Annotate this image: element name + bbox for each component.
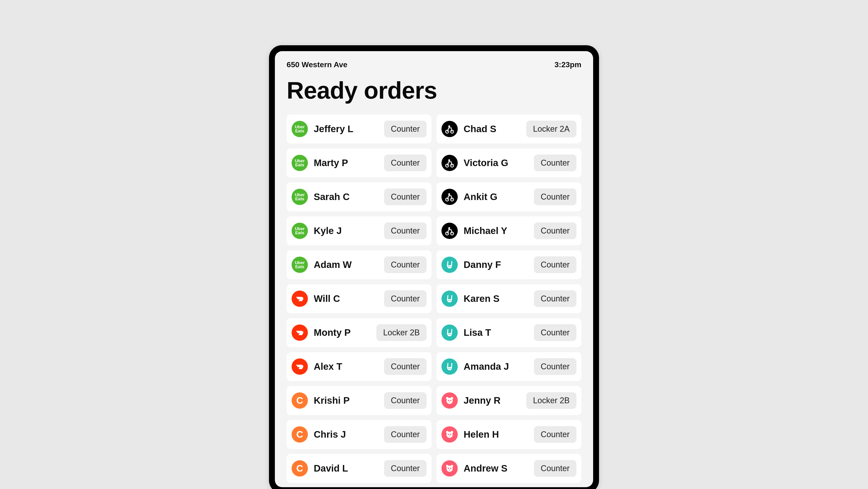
order-name: Chris J <box>314 429 378 440</box>
tablet-screen: 650 Western Ave 3:23pm Ready orders Uber… <box>275 51 593 487</box>
order-name: Adam W <box>314 259 378 270</box>
order-card[interactable]: Ankit GCounter <box>436 182 581 211</box>
pickup-location-badge: Counter <box>384 223 427 239</box>
tablet-frame: 650 Western Ave 3:23pm Ready orders Uber… <box>269 45 599 489</box>
order-card[interactable]: Will CCounter <box>287 284 432 313</box>
svg-point-17 <box>450 334 451 335</box>
order-card[interactable]: CKrishi PCounter <box>287 386 432 415</box>
svg-point-30 <box>450 434 452 435</box>
order-card[interactable]: CChris JCounter <box>287 420 432 449</box>
order-name: Victoria G <box>464 157 528 168</box>
location-label: 650 Western Ave <box>287 60 347 69</box>
order-card[interactable]: Alex TCounter <box>287 352 432 381</box>
svg-point-16 <box>448 334 450 335</box>
order-name: Alex T <box>314 361 378 372</box>
postmates-icon <box>441 121 458 137</box>
time-label: 3:23pm <box>555 60 581 69</box>
postmates-icon <box>441 223 458 239</box>
deliveroo-icon <box>441 324 458 341</box>
deliveroo-icon <box>441 291 458 307</box>
svg-point-27 <box>446 431 448 433</box>
svg-point-2 <box>448 125 450 127</box>
postmates-icon <box>441 189 458 205</box>
postmates-icon <box>441 155 458 171</box>
order-card[interactable]: Danny FCounter <box>436 250 581 279</box>
order-card[interactable]: UberEatsJeffery LCounter <box>287 115 432 143</box>
ubereats-icon: UberEats <box>291 121 308 137</box>
pickup-location-badge: Counter <box>384 189 427 205</box>
svg-point-35 <box>448 468 449 469</box>
order-card[interactable]: CDavid LCounter <box>287 454 432 483</box>
order-card[interactable]: UberEatsSarah CCounter <box>287 182 432 211</box>
page-title: Ready orders <box>287 77 581 104</box>
svg-point-25 <box>449 402 450 403</box>
order-name: Ankit G <box>464 192 528 202</box>
order-card[interactable]: Helen HCounter <box>436 420 581 449</box>
svg-point-8 <box>448 193 450 195</box>
pickup-location-badge: Counter <box>384 460 427 477</box>
ubereats-icon: UberEats <box>291 223 308 239</box>
order-card[interactable]: Amanda JCounter <box>436 352 581 381</box>
pickup-location-badge: Counter <box>534 256 577 273</box>
ubereats-icon: UberEats <box>291 155 308 171</box>
pickup-location-badge: Counter <box>384 154 427 171</box>
pickup-location-badge: Counter <box>534 426 577 443</box>
order-card[interactable]: Lisa TCounter <box>436 318 581 347</box>
deliveroo-icon <box>441 257 458 273</box>
ubereats-icon: UberEats <box>291 189 308 205</box>
order-card[interactable]: Michael YCounter <box>436 216 581 245</box>
order-name: Helen H <box>464 429 528 440</box>
order-card[interactable]: Karen SCounter <box>436 284 581 313</box>
svg-point-31 <box>449 436 450 436</box>
pickup-location-badge: Locker 2B <box>376 324 427 341</box>
pickup-location-badge: Counter <box>534 290 577 307</box>
order-name: Andrew S <box>464 463 528 474</box>
order-name: Will C <box>314 293 378 304</box>
pickup-location-badge: Counter <box>534 189 577 205</box>
svg-point-37 <box>449 470 450 470</box>
pickup-location-badge: Counter <box>534 358 577 375</box>
pickup-location-badge: Counter <box>384 121 427 137</box>
svg-point-11 <box>448 227 450 229</box>
ubereats-icon: UberEats <box>291 257 308 273</box>
pickup-location-badge: Counter <box>384 358 427 375</box>
order-name: Krishi P <box>314 395 378 406</box>
order-name: Lisa T <box>464 327 528 338</box>
order-card[interactable]: UberEatsMarty PCounter <box>287 148 432 177</box>
pickup-location-badge: Counter <box>384 256 427 273</box>
order-name: Marty P <box>314 157 378 168</box>
svg-point-5 <box>448 159 450 161</box>
order-card[interactable]: Jenny RLocker 2B <box>436 386 581 415</box>
order-name: Kyle J <box>314 225 378 236</box>
order-card[interactable]: Chad SLocker 2A <box>436 115 581 143</box>
order-card[interactable]: Victoria GCounter <box>436 148 581 177</box>
pickup-location-badge: Counter <box>534 324 577 341</box>
foodpanda-icon <box>441 426 458 442</box>
pickup-location-badge: Locker 2A <box>526 121 577 137</box>
order-name: Monty P <box>314 327 370 338</box>
doordash-icon <box>291 358 308 375</box>
svg-point-14 <box>448 300 450 301</box>
order-name: Chad S <box>464 123 520 135</box>
svg-point-18 <box>448 368 450 369</box>
svg-point-23 <box>448 400 449 401</box>
caviar-icon: C <box>291 460 308 477</box>
orders-grid: UberEatsJeffery LCounter Chad SLocker 2A… <box>287 115 581 483</box>
order-card[interactable]: UberEatsKyle JCounter <box>287 216 432 245</box>
order-card[interactable]: UberEatsAdam WCounter <box>287 250 432 279</box>
svg-point-22 <box>451 397 453 399</box>
svg-point-34 <box>451 465 453 467</box>
pickup-location-badge: Counter <box>384 290 427 307</box>
order-name: Danny F <box>464 259 528 270</box>
svg-point-24 <box>450 400 452 401</box>
order-name: Michael Y <box>464 225 528 236</box>
pickup-location-badge: Counter <box>534 223 577 239</box>
pickup-location-badge: Locker 2B <box>526 392 577 409</box>
svg-point-13 <box>450 266 451 267</box>
order-card[interactable]: Andrew SCounter <box>436 454 581 483</box>
order-card[interactable]: Monty PLocker 2B <box>287 318 432 347</box>
pickup-location-badge: Counter <box>534 460 577 477</box>
svg-point-28 <box>451 431 453 433</box>
order-name: Jeffery L <box>314 123 378 135</box>
caviar-icon: C <box>291 426 308 442</box>
